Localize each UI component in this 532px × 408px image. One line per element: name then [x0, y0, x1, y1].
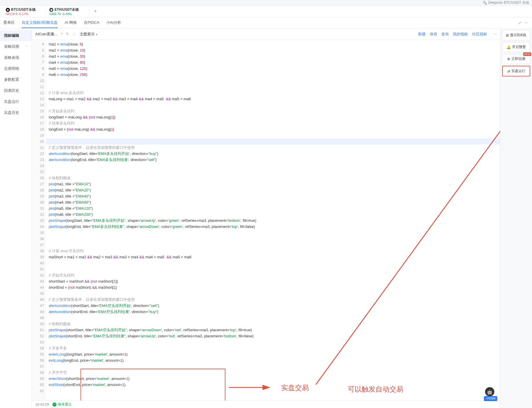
- sidebar-item[interactable]: 实盘历史: [0, 107, 32, 118]
- right-panel-button[interactable]: ⊞显示到K线: [502, 30, 530, 40]
- sidebar-item[interactable]: 交易明细: [0, 63, 32, 74]
- ai-bot-label: AI写指标: [484, 396, 497, 401]
- menu-item[interactable]: 合约DCA: [84, 18, 99, 28]
- toolbar-action[interactable]: 发布: [441, 32, 449, 37]
- button-icon: ⊞: [506, 33, 509, 37]
- code-line[interactable]: ma4 = ema(close, 90): [46, 59, 500, 65]
- sidebar-item[interactable]: 策略表现: [0, 52, 32, 63]
- annotation-box-code: [81, 369, 225, 400]
- code-line[interactable]: ma2 = ema(close, 10): [46, 47, 500, 53]
- line-gutter: 4567891011121314151617181920212223242526…: [32, 40, 46, 400]
- edit-icon[interactable]: ✎: [66, 32, 69, 36]
- status-bar: 16:43:29 ✓编译通过: [32, 400, 500, 408]
- search-box[interactable]: 🔍 Deepcoin BTC/USDT 永续: [483, 0, 529, 5]
- right-panel: ⊞显示到K线🔔开启预警⚙立即回测NEW⇄实盘运行: [500, 28, 532, 408]
- annotation-arrow-2: [298, 95, 500, 387]
- pair-icon: ◆: [49, 8, 53, 12]
- more-icon[interactable]: ⋯: [493, 32, 497, 36]
- star-icon[interactable]: ☆: [72, 32, 76, 36]
- add-pair-tab[interactable]: +: [89, 8, 102, 14]
- code-line[interactable]: [46, 84, 500, 90]
- button-icon: ⚙: [507, 57, 510, 61]
- search-icon: 🔍: [483, 1, 487, 5]
- more-icon[interactable]: ⋯: [524, 21, 529, 25]
- pair-tab-btc[interactable]: ⊗BTC/USDT永续 58119.9 -0.17%: [2, 7, 46, 16]
- code-line[interactable]: ma5 = ema(close, 120): [46, 65, 500, 72]
- toolbar-action[interactable]: 社区指标: [472, 32, 487, 37]
- sidebar-item[interactable]: 参数配置: [0, 74, 32, 85]
- menu-item[interactable]: 委单区: [3, 18, 15, 28]
- code-line[interactable]: ma1 = ema(close, 5): [46, 41, 500, 47]
- pair-icon: ⊗: [6, 8, 10, 12]
- new-badge: NEW: [523, 52, 531, 56]
- expand-icon[interactable]: ⤢: [518, 21, 522, 25]
- sidebar: 指标编辑策略回测˄策略表现交易明细参数配置回测历史实盘运行实盘历史: [0, 28, 32, 408]
- pair-tabs: ⊗BTC/USDT永续 58119.9 -0.17% ◆ETH/USDT永续 2…: [0, 6, 532, 17]
- button-icon: 🔔: [507, 45, 511, 49]
- right-panel-button[interactable]: 🔔开启预警: [502, 42, 530, 52]
- right-panel-button[interactable]: ⚙立即回测NEW: [502, 54, 530, 64]
- code-editor[interactable]: 4567891011121314151617181920212223242526…: [32, 40, 500, 400]
- menu-item[interactable]: 小AI分析: [106, 18, 121, 28]
- sidebar-item[interactable]: 回测历史: [0, 85, 32, 96]
- code-line[interactable]: [46, 78, 500, 84]
- sidebar-item[interactable]: 实盘运行: [0, 96, 32, 107]
- search-placeholder: Deepcoin BTC/USDT 永续: [488, 0, 529, 5]
- ai-bot-button[interactable]: 🤖: [485, 387, 494, 396]
- status-time: 16:43:29: [35, 402, 49, 407]
- sidebar-item[interactable]: 策略回测˄: [0, 41, 32, 52]
- check-icon: ✓: [52, 402, 57, 407]
- menu-item[interactable]: 自定义指标/回测/实盘: [22, 18, 58, 28]
- pair-tab-eth[interactable]: ◆ETH/USDT永续 2469.79 -0.43%: [46, 7, 89, 16]
- right-panel-button[interactable]: ⇄实盘运行: [502, 66, 530, 76]
- topbar: 🔍 Deepcoin BTC/USDT 永续: [0, 0, 532, 6]
- editor-toolbar: AICoin直播...* ✎ ☆ 主图展示 ▾ 新建保存发布我的指标社区指标 ⋯: [32, 28, 500, 40]
- compile-status: ✓编译通过: [52, 402, 72, 407]
- toolbar-action[interactable]: 保存: [430, 32, 437, 37]
- code-line[interactable]: ma6 = ema(close, 256): [46, 72, 500, 78]
- toolbar-action[interactable]: 新建: [418, 32, 426, 37]
- button-icon: ⇄: [507, 69, 510, 73]
- main-chart-dropdown[interactable]: 主图展示 ▾: [80, 32, 97, 37]
- sidebar-item[interactable]: 指标编辑: [0, 30, 32, 41]
- menu-item[interactable]: AI 网格: [65, 18, 77, 28]
- modified-indicator: *: [61, 32, 62, 36]
- svg-line-1: [316, 98, 500, 385]
- code-line[interactable]: ma3 = ema(close, 30): [46, 53, 500, 59]
- menu-row: 委单区自定义指标/回测/实盘AI 网格合约DCA小AI分析 ⤢ ⋯: [0, 17, 532, 28]
- script-title: AICoin直播...: [35, 32, 57, 37]
- toolbar-action[interactable]: 我的指标: [453, 32, 468, 37]
- annotation-arrow-1: [229, 382, 275, 393]
